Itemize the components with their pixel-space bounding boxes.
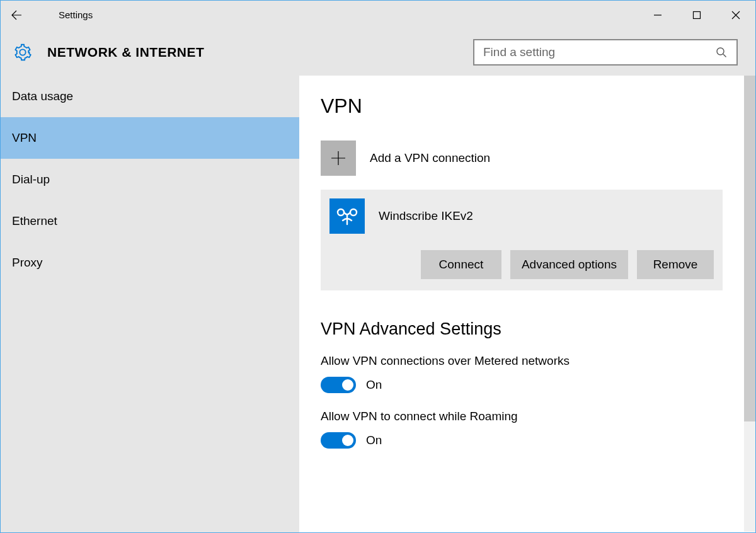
sidebar-item-ethernet[interactable]: Ethernet [1,200,299,242]
sidebar-item-label: Ethernet [12,214,57,228]
header: NETWORK & INTERNET [1,29,755,76]
maximize-button[interactable] [677,1,716,29]
main-panel: VPN Add a VPN connection [299,76,755,532]
svg-point-2 [338,209,344,215]
search-icon [715,46,728,59]
scrollbar[interactable] [744,76,755,532]
page-title: VPN [321,95,743,118]
sidebar-item-label: Data usage [12,89,73,103]
add-vpn-connection[interactable]: Add a VPN connection [321,140,743,176]
toggle-knob [342,435,353,446]
sidebar-item-label: VPN [12,131,37,145]
roaming-toggle[interactable] [321,432,356,449]
content: Data usage VPN Dial-up Ethernet Proxy VP… [1,76,755,532]
plus-icon [321,140,356,176]
titlebar: Settings [1,1,755,29]
close-icon [731,11,740,20]
search-box[interactable] [473,39,738,66]
back-arrow-icon [10,9,23,21]
remove-button[interactable]: Remove [637,250,714,279]
sidebar-item-label: Proxy [12,256,43,270]
roaming-toggle-state: On [366,433,382,447]
metered-toggle-row: On [321,377,743,393]
svg-rect-0 [694,11,701,18]
back-button[interactable] [1,1,32,29]
advanced-settings-title: VPN Advanced Settings [321,319,743,339]
vpn-connection-entry[interactable]: Windscribe IKEv2 Connect Advanced option… [321,190,723,290]
gear-icon [13,43,32,62]
metered-networks-label: Allow VPN connections over Metered netwo… [321,354,743,368]
search-input[interactable] [483,45,715,59]
sidebar: Data usage VPN Dial-up Ethernet Proxy [1,76,299,532]
sidebar-item-proxy[interactable]: Proxy [1,242,299,284]
vpn-actions: Connect Advanced options Remove [329,250,714,279]
metered-toggle-state: On [366,378,382,392]
svg-point-1 [717,48,724,55]
advanced-options-button[interactable]: Advanced options [510,250,628,279]
close-button[interactable] [716,1,755,29]
window-controls [638,1,755,29]
app-title: Settings [59,9,93,20]
sidebar-item-label: Dial-up [12,173,50,186]
svg-point-3 [350,209,357,215]
vpn-row: Windscribe IKEv2 [329,198,714,234]
metered-toggle[interactable] [321,377,356,393]
sidebar-item-vpn[interactable]: VPN [1,117,299,159]
sidebar-item-dial-up[interactable]: Dial-up [1,159,299,200]
category-title: NETWORK & INTERNET [47,45,204,60]
roaming-toggle-row: On [321,432,743,449]
toggle-knob [342,379,353,391]
minimize-button[interactable] [638,1,677,29]
add-vpn-label: Add a VPN connection [370,151,490,165]
roaming-label: Allow VPN to connect while Roaming [321,410,743,423]
scrollbar-thumb[interactable] [744,76,755,421]
vpn-connection-name: Windscribe IKEv2 [379,209,473,223]
connect-button[interactable]: Connect [421,250,501,279]
maximize-icon [692,11,701,20]
sidebar-item-data-usage[interactable]: Data usage [1,76,299,117]
minimize-icon [653,11,662,20]
vpn-icon [329,198,365,234]
